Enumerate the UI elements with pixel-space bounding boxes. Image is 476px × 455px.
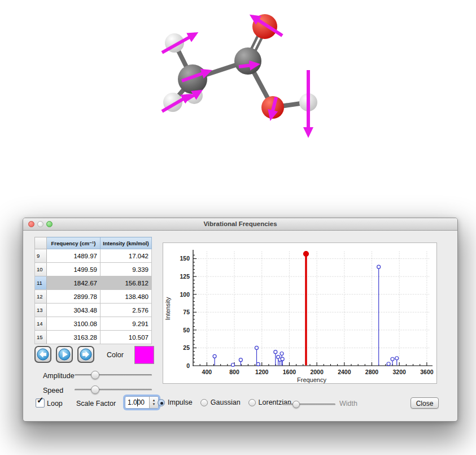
scale-factor-label: Scale Factor <box>76 400 116 408</box>
row-number-cell[interactable]: 9 <box>35 249 47 263</box>
next-mode-button[interactable] <box>77 346 94 363</box>
row-number-cell[interactable]: 10 <box>35 263 47 276</box>
svg-text:3600: 3600 <box>420 369 434 375</box>
row-number-cell[interactable]: 11 <box>35 276 47 290</box>
table-row[interactable]: 133043.482.576 <box>35 304 152 317</box>
scale-factor-spinbox[interactable]: 1.000 ▲ ▼ <box>125 396 159 409</box>
arrow-color-swatch[interactable] <box>134 346 154 364</box>
spinner-buttons[interactable]: ▲ ▼ <box>149 397 158 408</box>
intensity-cell[interactable]: 9.339 <box>101 263 152 276</box>
displacement-arrow <box>239 64 257 67</box>
amplitude-slider-track[interactable] <box>75 374 152 376</box>
svg-text:100: 100 <box>180 291 190 298</box>
intensity-cell[interactable]: 9.291 <box>101 317 152 331</box>
intensity-cell[interactable]: 10.507 <box>101 331 152 344</box>
intensity-cell[interactable]: 2.576 <box>101 304 152 317</box>
table-row[interactable]: 122899.78138.480 <box>35 290 152 304</box>
width-label: Width <box>339 400 357 408</box>
row-number-header[interactable] <box>35 237 47 249</box>
amplitude-slider-thumb[interactable] <box>91 371 99 379</box>
frequency-cell[interactable]: 1842.67 <box>47 276 101 290</box>
row-number-cell[interactable]: 15 <box>35 331 47 344</box>
table-row[interactable]: 153163.2810.507 <box>35 331 152 344</box>
column-header[interactable]: Frequency (cm⁻¹) <box>47 237 101 249</box>
svg-text:2800: 2800 <box>365 369 379 375</box>
radio-impulse[interactable] <box>158 399 165 406</box>
speed-slider[interactable] <box>75 385 152 394</box>
table-header-row: Frequency (cm⁻¹)Intensity (km/mol) <box>35 237 152 249</box>
speed-label: Speed <box>43 387 63 395</box>
table-row[interactable]: 143100.089.291 <box>35 317 152 331</box>
svg-text:1200: 1200 <box>255 369 269 375</box>
width-slider-track[interactable] <box>283 404 335 405</box>
frequency-cell[interactable]: 3100.08 <box>47 317 101 331</box>
svg-text:400: 400 <box>202 369 212 375</box>
intensity-cell[interactable]: 156.812 <box>101 276 152 290</box>
frequency-cell[interactable]: 1499.59 <box>47 263 101 276</box>
atom-c[interactable] <box>234 47 261 75</box>
svg-text:2000: 2000 <box>310 369 324 375</box>
svg-text:Intensity: Intensity <box>164 297 171 320</box>
speed-slider-thumb[interactable] <box>91 385 99 394</box>
spinner-up-icon[interactable]: ▲ <box>152 398 156 402</box>
width-slider-thumb[interactable] <box>292 401 300 408</box>
close-button[interactable]: Close <box>411 397 439 409</box>
previous-mode-button[interactable] <box>34 346 51 363</box>
svg-text:800: 800 <box>229 369 239 375</box>
svg-text:50: 50 <box>183 327 190 333</box>
row-number-cell[interactable]: 13 <box>35 304 47 317</box>
vibrational-frequencies-window: Vibrational Frequencies Frequency (cm⁻¹)… <box>23 218 458 422</box>
molecule-viewport[interactable] <box>102 0 339 147</box>
application-screen: Vibrational Frequencies Frequency (cm⁻¹)… <box>0 0 476 455</box>
line-shape-radio-group: ImpulseGaussianLorentzian <box>158 397 299 408</box>
svg-text:Frequency: Frequency <box>297 376 326 383</box>
radio-lorentzian[interactable] <box>248 399 256 406</box>
radio-gaussian[interactable] <box>200 399 208 406</box>
spectrum-plot[interactable]: 4008001200160020002400280032003600025507… <box>163 243 436 383</box>
text-caret <box>137 398 138 406</box>
amplitude-slider[interactable] <box>75 371 152 379</box>
window-title: Vibrational Frequencies <box>23 220 457 227</box>
speed-slider-track[interactable] <box>75 389 152 391</box>
checkmark-icon: ✓ <box>37 395 44 405</box>
intensity-cell[interactable]: 138.480 <box>101 290 152 304</box>
table-row[interactable]: 91489.9717.042 <box>35 249 152 263</box>
svg-text:150: 150 <box>180 255 190 262</box>
svg-text:2400: 2400 <box>338 369 351 375</box>
spectrum-plot-widget[interactable]: 4008001200160020002400280032003600025507… <box>163 242 437 384</box>
svg-text:1600: 1600 <box>283 369 296 375</box>
radio-label-gaussian[interactable]: Gaussian <box>211 398 241 406</box>
width-slider[interactable] <box>283 400 335 409</box>
play-animation-button[interactable] <box>56 346 73 363</box>
frequency-cell[interactable]: 3163.28 <box>47 331 101 344</box>
table-row[interactable]: 111842.67156.812 <box>35 276 152 290</box>
row-number-cell[interactable]: 14 <box>35 317 47 331</box>
radio-label-impulse[interactable]: Impulse <box>168 398 193 406</box>
svg-text:75: 75 <box>183 309 190 315</box>
window-titlebar[interactable]: Vibrational Frequencies <box>23 218 457 231</box>
amplitude-label: Amplitude <box>43 372 75 380</box>
loop-checkbox[interactable]: ✓ <box>36 398 45 408</box>
svg-text:3200: 3200 <box>393 369 407 375</box>
forward-arrow-icon <box>80 348 92 361</box>
column-header[interactable]: Intensity (km/mol) <box>101 237 152 249</box>
frequency-cell[interactable]: 3043.48 <box>47 304 101 317</box>
svg-text:0: 0 <box>186 362 190 369</box>
row-number-cell[interactable]: 12 <box>35 290 47 304</box>
frequency-cell[interactable]: 2899.78 <box>47 290 101 304</box>
frequency-table[interactable]: Frequency (cm⁻¹)Intensity (km/mol) 91489… <box>34 237 152 344</box>
svg-text:125: 125 <box>180 273 190 280</box>
back-arrow-icon <box>37 348 49 361</box>
intensity-cell[interactable]: 17.042 <box>101 249 152 263</box>
svg-text:25: 25 <box>183 344 190 351</box>
frequency-cell[interactable]: 1489.97 <box>47 249 101 263</box>
spinner-down-icon[interactable]: ▼ <box>152 402 156 406</box>
table-row[interactable]: 101499.599.339 <box>35 263 152 276</box>
loop-label: Loop <box>47 400 63 408</box>
color-label: Color <box>107 351 124 359</box>
play-icon <box>58 348 71 361</box>
